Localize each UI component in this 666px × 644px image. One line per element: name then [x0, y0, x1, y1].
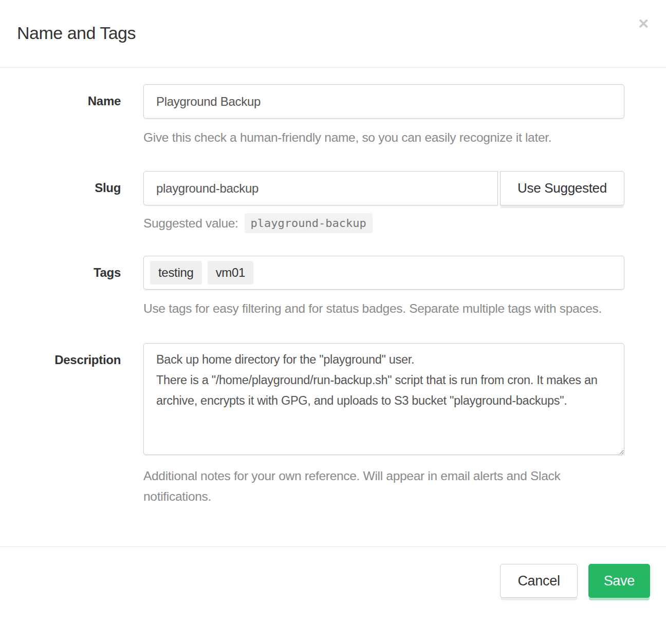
tag-chip: vm01 — [208, 261, 254, 285]
description-textarea[interactable]: Back up home directory for the "playgrou… — [143, 343, 624, 455]
suggested-value-line: Suggested value: playground-backup — [143, 213, 624, 233]
name-input[interactable] — [143, 84, 624, 119]
slug-label: Slug — [0, 171, 121, 233]
tag-chip: testing — [150, 261, 202, 285]
description-row: Description Back up home directory for t… — [0, 343, 666, 507]
description-label: Description — [0, 343, 121, 507]
modal-title: Name and Tags — [17, 24, 649, 43]
modal-footer: Cancel Save — [0, 546, 666, 614]
name-row: Name Give this check a human-friendly na… — [0, 84, 666, 148]
slug-input[interactable] — [143, 171, 498, 205]
suggested-value-code: playground-backup — [245, 213, 373, 233]
tags-row: Tags testing vm01 Use tags for easy filt… — [0, 256, 666, 319]
tags-label: Tags — [0, 256, 121, 319]
cancel-button[interactable]: Cancel — [500, 564, 577, 598]
name-label: Name — [0, 84, 121, 148]
close-icon[interactable]: × — [635, 13, 652, 33]
slug-row: Slug Use Suggested Suggested value: play… — [0, 171, 666, 233]
tags-input[interactable]: testing vm01 — [143, 256, 624, 290]
modal-header: Name and Tags × — [0, 0, 666, 68]
slug-input-group: Use Suggested — [143, 171, 624, 205]
save-button[interactable]: Save — [588, 564, 650, 598]
description-help-text: Additional notes for your own reference.… — [143, 466, 624, 507]
tags-help-text: Use tags for easy filtering and for stat… — [143, 298, 624, 319]
name-help-text: Give this check a human-friendly name, s… — [143, 127, 624, 148]
suggested-value-label: Suggested value: — [143, 216, 238, 231]
name-and-tags-modal: Name and Tags × Name Give this check a h… — [0, 0, 666, 644]
use-suggested-button[interactable]: Use Suggested — [500, 171, 624, 205]
modal-body: Name Give this check a human-friendly na… — [0, 68, 666, 546]
